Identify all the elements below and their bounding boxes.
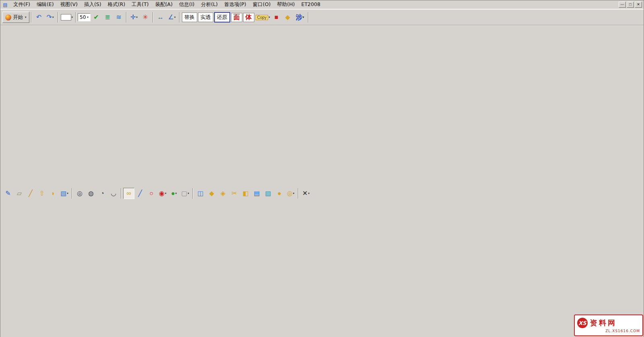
pad[interactable]: ◡ xyxy=(108,188,119,199)
revolve[interactable]: ◗ xyxy=(47,188,59,199)
angle-icon: ∠ xyxy=(168,14,173,21)
chevron-down-icon: ▾ xyxy=(25,16,27,19)
intersect[interactable]: ◈ xyxy=(217,188,229,199)
style-box[interactable]: ▢▾ xyxy=(180,188,191,199)
sphere[interactable]: ● xyxy=(274,188,285,199)
menu-item[interactable]: 编辑(E) xyxy=(33,0,57,9)
replace-refset-button[interactable]: 替换 xyxy=(182,12,197,22)
orient-view-button[interactable]: ✛▾ xyxy=(128,12,140,23)
menu-item[interactable]: ET2008 xyxy=(298,0,324,9)
red-cube-icon: ■ xyxy=(275,14,279,21)
check-icon: ✔ xyxy=(93,14,99,21)
pocket[interactable]: ◔ xyxy=(97,188,108,199)
layers-icon: ≣ xyxy=(105,14,110,21)
menu-item[interactable]: 首选项(P) xyxy=(221,0,250,9)
restore-button[interactable]: 还原 xyxy=(214,12,230,23)
datum-csys[interactable]: ✕▾ xyxy=(300,188,312,199)
copy-icon: Copy xyxy=(256,15,268,20)
measure-angle-button[interactable]: ∠▾ xyxy=(166,12,178,23)
menu-item[interactable]: 信息(I) xyxy=(176,0,198,9)
ruler-icon: ↔ xyxy=(157,14,164,21)
nx-cad-window: ▤ 文件(F)编辑(E)视图(V)插入(S)格式(R)工具(T)装配(A)信息(… xyxy=(0,0,644,337)
main-menus: 文件(F)编辑(E)视图(V)插入(S)格式(R)工具(T)装配(A)信息(I)… xyxy=(10,0,619,9)
measure-distance-button[interactable]: ↔ xyxy=(155,12,166,23)
split-body[interactable]: ◧ xyxy=(240,188,251,199)
standard-toolbar: 开始 ▾ ↶ ↷▾ ▾ 50▾ ✔ ≣ ≋ ✛▾ ✳ ↔ ∠▾ 替换 实透 还原… xyxy=(0,9,644,25)
hole[interactable]: ◎ xyxy=(74,188,85,199)
circle[interactable]: ○ xyxy=(146,188,157,199)
unite[interactable]: ◫ xyxy=(195,188,206,199)
menu-item[interactable]: 格式(R) xyxy=(105,0,128,9)
watermark: XS 资料网 ZL.XS1616.COM xyxy=(574,314,643,336)
render-style-swatch xyxy=(61,14,71,21)
sketch[interactable]: ✎ xyxy=(2,188,14,199)
layer-check-button[interactable]: ✔ xyxy=(91,12,102,23)
wcs-display-button[interactable]: ✳ xyxy=(140,12,151,23)
wade-tool-button[interactable]: 涉▾ xyxy=(294,12,306,23)
redo-icon: ↷ xyxy=(47,14,52,21)
start-icon xyxy=(5,14,11,21)
body-select-button[interactable]: 体 xyxy=(243,13,254,22)
layer-settings-button[interactable]: ≣ xyxy=(102,12,113,23)
patch[interactable]: ▤ xyxy=(251,188,262,199)
layer-visibility-button[interactable]: ≋ xyxy=(113,12,124,23)
watermark-logo: XS xyxy=(577,318,588,328)
layers-visible-icon: ≋ xyxy=(116,14,121,21)
menu-item[interactable]: 分析(L) xyxy=(198,0,221,9)
menu-item[interactable]: 插入(S) xyxy=(81,0,105,9)
menu-item[interactable]: 工具(T) xyxy=(128,0,152,9)
minimize-button[interactable]: — xyxy=(619,2,626,8)
restore-button[interactable]: □ xyxy=(627,2,634,8)
csys-icon: ✳ xyxy=(142,14,148,21)
undo-icon: ↶ xyxy=(36,14,41,21)
menu-item[interactable]: 帮助(H) xyxy=(274,0,298,9)
window-controls: —□✕ xyxy=(619,2,642,8)
copy-face-button[interactable]: Copy▾ xyxy=(255,12,271,23)
interpart-chain[interactable]: ∞ xyxy=(123,188,134,199)
red-solid-button[interactable]: ■ xyxy=(271,12,282,23)
boss[interactable]: ◍ xyxy=(85,188,97,199)
point[interactable]: ◉▾ xyxy=(157,188,168,199)
datum-plane[interactable]: ▱ xyxy=(14,188,25,199)
feature-toolbar: ✎▱╱⇧◗▧▾◎◍◔◡∞╱○◉▾●▾▢▾◫◆◈✂◧▤▨●◎▾✕▾ xyxy=(0,25,644,337)
menu-bar: ▤ 文件(F)编辑(E)视图(V)插入(S)格式(R)工具(T)装配(A)信息(… xyxy=(0,0,644,9)
menu-item[interactable]: 窗口(O) xyxy=(250,0,274,9)
translucency-button[interactable]: 实透 xyxy=(198,12,213,22)
primitive-sphere[interactable]: ●▾ xyxy=(168,188,180,199)
work-layer-input[interactable]: 50▾ xyxy=(78,13,91,21)
subtract[interactable]: ◆ xyxy=(206,188,217,199)
thicken[interactable]: ▨ xyxy=(262,188,274,199)
orient-icon: ✛ xyxy=(130,14,136,21)
extrude[interactable]: ⇧ xyxy=(36,188,47,199)
render-style-select[interactable]: ▾ xyxy=(60,12,74,23)
gold-solid-button[interactable]: ◆ xyxy=(282,12,293,23)
redo-button[interactable]: ↷▾ xyxy=(45,12,56,23)
watermark-url: ZL.XS1616.COM xyxy=(577,329,640,333)
menu-item[interactable]: 装配(A) xyxy=(152,0,175,9)
gold-cube-icon: ◆ xyxy=(285,14,290,21)
watermark-title: 资料网 xyxy=(590,318,617,328)
torus[interactable]: ◎▾ xyxy=(285,188,296,199)
datum-axis[interactable]: ╱ xyxy=(25,188,36,199)
close-button[interactable]: ✕ xyxy=(635,2,642,8)
face-select-button[interactable]: 面 xyxy=(231,13,242,22)
work-layer-value: 50 xyxy=(80,14,86,20)
app-icon: ▤ xyxy=(2,2,8,8)
block[interactable]: ▧▾ xyxy=(59,188,70,199)
undo-button[interactable]: ↶ xyxy=(33,12,45,23)
start-menu-button[interactable]: 开始 ▾ xyxy=(2,12,29,23)
menu-item[interactable]: 文件(F) xyxy=(10,0,33,9)
menu-item[interactable]: 视图(V) xyxy=(57,0,81,9)
trim-body[interactable]: ✂ xyxy=(229,188,240,199)
line[interactable]: ╱ xyxy=(134,188,146,199)
